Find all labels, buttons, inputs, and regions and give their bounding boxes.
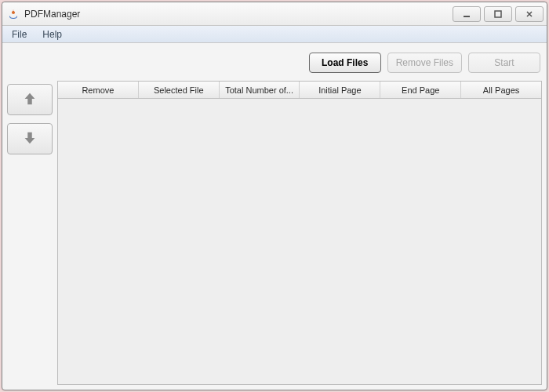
close-button[interactable] bbox=[515, 6, 544, 22]
file-table: Remove Selected File Total Number of... … bbox=[57, 81, 542, 385]
maximize-button[interactable] bbox=[484, 6, 512, 22]
reorder-buttons bbox=[7, 81, 53, 385]
load-files-button[interactable]: Load Files bbox=[309, 53, 381, 73]
main-area: Remove Selected File Total Number of... … bbox=[7, 81, 542, 385]
content-area: Load Files Remove Files Start bbox=[2, 43, 547, 390]
menu-file[interactable]: File bbox=[5, 27, 33, 42]
svg-rect-1 bbox=[495, 11, 501, 17]
minimize-button[interactable] bbox=[453, 6, 481, 22]
arrow-down-icon bbox=[21, 129, 38, 149]
window-title: PDFManager bbox=[24, 9, 453, 20]
col-all-pages[interactable]: All Pages bbox=[461, 82, 541, 98]
col-total-pages[interactable]: Total Number of... bbox=[220, 82, 300, 98]
table-header: Remove Selected File Total Number of... … bbox=[58, 82, 541, 99]
move-up-button[interactable] bbox=[7, 84, 53, 115]
col-end-page[interactable]: End Page bbox=[380, 82, 461, 98]
svg-rect-0 bbox=[464, 16, 470, 17]
start-button[interactable]: Start bbox=[468, 53, 540, 73]
java-app-icon bbox=[7, 8, 20, 20]
window: PDFManager File Help Load Files Remove F… bbox=[2, 2, 547, 390]
remove-files-button[interactable]: Remove Files bbox=[387, 53, 462, 73]
menu-help[interactable]: Help bbox=[36, 27, 68, 42]
col-remove[interactable]: Remove bbox=[58, 82, 139, 98]
window-controls bbox=[453, 6, 544, 22]
menubar: File Help bbox=[2, 26, 547, 43]
move-down-button[interactable] bbox=[7, 123, 53, 154]
table-body bbox=[58, 99, 541, 384]
col-selected-file[interactable]: Selected File bbox=[139, 82, 220, 98]
arrow-up-icon bbox=[21, 90, 38, 110]
toolbar: Load Files Remove Files Start bbox=[7, 48, 542, 81]
col-initial-page[interactable]: Initial Page bbox=[300, 82, 380, 98]
titlebar: PDFManager bbox=[2, 2, 547, 26]
